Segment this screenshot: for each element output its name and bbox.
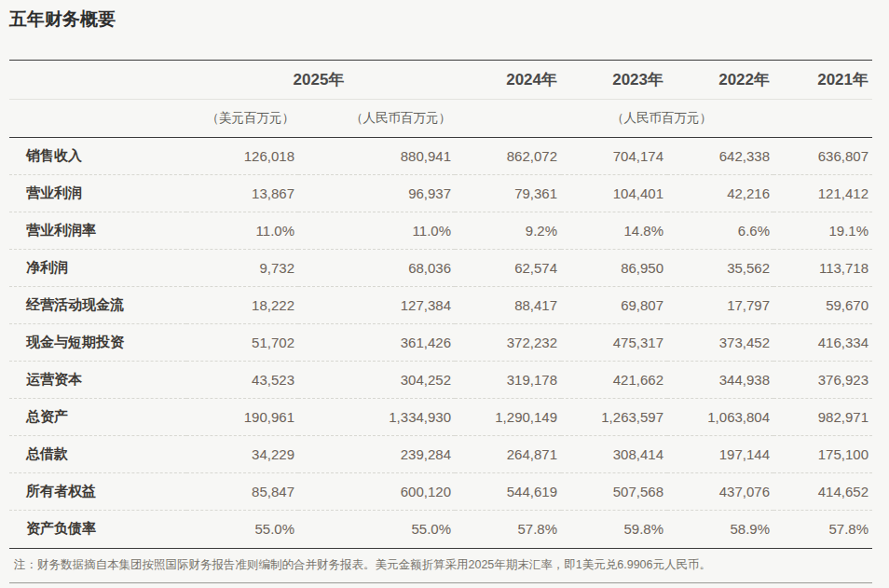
year-header-row: 2025年 2024年 2023年 2022年 2021年 (9, 61, 872, 100)
cell-value: 17,797 (667, 287, 773, 324)
row-label: 运营资本 (9, 362, 186, 399)
cell-value: 86,950 (561, 250, 667, 287)
cell-value: 308,414 (561, 436, 667, 473)
row-label: 销售收入 (9, 138, 186, 175)
cell-value: 104,401 (561, 175, 667, 212)
cell-value: 475,317 (561, 324, 667, 362)
cell-value: 85,847 (186, 473, 298, 511)
cell-value: 319,178 (455, 362, 561, 399)
cell-value: 68,036 (298, 250, 455, 287)
cell-value: 197,144 (667, 436, 773, 473)
cell-value: 34,229 (186, 436, 298, 473)
row-label: 营业利润率 (9, 212, 186, 250)
table-row: 总资产190,9611,334,9301,290,1491,263,5971,0… (9, 399, 872, 436)
unit-rmb-millions-2025: （人民币百万元） (298, 100, 455, 138)
row-label: 现金与短期投资 (9, 324, 186, 362)
cell-value: 13,867 (186, 175, 298, 212)
cell-value: 18,222 (186, 287, 298, 324)
cell-value: 19.1% (773, 212, 872, 250)
cell-value: 57.8% (455, 511, 561, 548)
cell-value: 704,174 (561, 138, 667, 175)
table-header: 2025年 2024年 2023年 2022年 2021年 （美元百万元） （人… (9, 61, 872, 138)
row-label: 净利润 (9, 250, 186, 287)
cell-value: 982,971 (773, 399, 872, 436)
cell-value: 1,334,930 (298, 399, 455, 436)
cell-value: 11.0% (186, 212, 298, 250)
row-label: 总资产 (9, 399, 186, 436)
unit-usd-millions: （美元百万元） (186, 100, 298, 138)
row-label: 所有者权益 (9, 473, 186, 511)
cell-value: 96,937 (298, 175, 455, 212)
table-row: 销售收入126,018880,941862,072704,174642,3386… (9, 138, 872, 175)
cell-value: 57.8% (773, 511, 872, 548)
row-label: 营业利润 (9, 175, 186, 212)
cell-value: 14.8% (561, 212, 667, 250)
cell-value: 175,100 (773, 436, 872, 473)
table-row: 现金与短期投资51,702361,426372,232475,317373,45… (9, 324, 872, 362)
year-header-2021: 2021年 (773, 61, 872, 100)
cell-value: 600,120 (298, 473, 455, 511)
cell-value: 1,263,597 (561, 399, 667, 436)
cell-value: 1,063,804 (667, 399, 773, 436)
cell-value: 127,384 (298, 287, 455, 324)
unit-blank-cell (9, 100, 186, 138)
cell-value: 6.6% (667, 212, 773, 250)
footnote: 注：财务数据摘自本集团按照国际财务报告准则编制的合并财务报表。美元金额折算采用2… (9, 548, 872, 583)
cell-value: 636,807 (773, 138, 872, 175)
table-row: 营业利润率11.0%11.0%9.2%14.8%6.6%19.1% (9, 212, 872, 250)
cell-value: 43,523 (186, 362, 298, 399)
cell-value: 42,216 (667, 175, 773, 212)
cell-value: 59.8% (561, 511, 667, 548)
year-header-2025: 2025年 (186, 61, 455, 100)
cell-value: 304,252 (298, 362, 455, 399)
cell-value: 51,702 (186, 324, 298, 362)
corner-blank-cell (9, 61, 186, 100)
cell-value: 1,290,149 (455, 399, 561, 436)
table-row: 运营资本43,523304,252319,178421,662344,93837… (9, 362, 872, 399)
cell-value: 376,923 (773, 362, 872, 399)
row-label: 资产负债率 (9, 511, 186, 548)
cell-value: 862,072 (455, 138, 561, 175)
row-label: 经营活动现金流 (9, 287, 186, 324)
cell-value: 9,732 (186, 250, 298, 287)
cell-value: 437,076 (667, 473, 773, 511)
table-row: 经营活动现金流18,222127,38488,41769,80717,79759… (9, 287, 872, 324)
five-year-financial-table: 2025年 2024年 2023年 2022年 2021年 （美元百万元） （人… (9, 60, 872, 548)
cell-value: 344,938 (667, 362, 773, 399)
cell-value: 373,452 (667, 324, 773, 362)
cell-value: 58.9% (667, 511, 773, 548)
page-title: 五年财务概要 (9, 9, 872, 30)
cell-value: 121,412 (773, 175, 872, 212)
year-header-2023: 2023年 (561, 61, 667, 100)
table-row: 净利润9,73268,03662,57486,95035,562113,718 (9, 250, 872, 287)
cell-value: 507,568 (561, 473, 667, 511)
cell-value: 113,718 (773, 250, 872, 287)
year-header-2022: 2022年 (667, 61, 773, 100)
table-row: 总借款34,229239,284264,871308,414197,144175… (9, 436, 872, 473)
table-row: 营业利润13,86796,93779,361104,40142,216121,4… (9, 175, 872, 212)
year-header-2024: 2024年 (455, 61, 561, 100)
table-row: 所有者权益85,847600,120544,619507,568437,0764… (9, 473, 872, 511)
cell-value: 239,284 (298, 436, 455, 473)
cell-value: 9.2% (455, 212, 561, 250)
row-label: 总借款 (9, 436, 186, 473)
cell-value: 55.0% (298, 511, 455, 548)
cell-value: 62,574 (455, 250, 561, 287)
cell-value: 544,619 (455, 473, 561, 511)
cell-value: 35,562 (667, 250, 773, 287)
cell-value: 416,334 (773, 324, 872, 362)
cell-value: 190,961 (186, 399, 298, 436)
cell-value: 372,232 (455, 324, 561, 362)
financial-table-body: 销售收入126,018880,941862,072704,174642,3386… (9, 138, 872, 548)
unit-rmb-millions-prior-years: （人民币百万元） (455, 100, 872, 138)
cell-value: 88,417 (455, 287, 561, 324)
cell-value: 79,361 (455, 175, 561, 212)
cell-value: 264,871 (455, 436, 561, 473)
unit-header-row: （美元百万元） （人民币百万元） （人民币百万元） (9, 100, 872, 138)
cell-value: 361,426 (298, 324, 455, 362)
page: 五年财务概要 2025年 2024年 2023年 2022年 2021年 （美元… (0, 0, 889, 583)
cell-value: 59,670 (773, 287, 872, 324)
table-row: 资产负债率55.0%55.0%57.8%59.8%58.9%57.8% (9, 511, 872, 548)
cell-value: 421,662 (561, 362, 667, 399)
cell-value: 880,941 (298, 138, 455, 175)
